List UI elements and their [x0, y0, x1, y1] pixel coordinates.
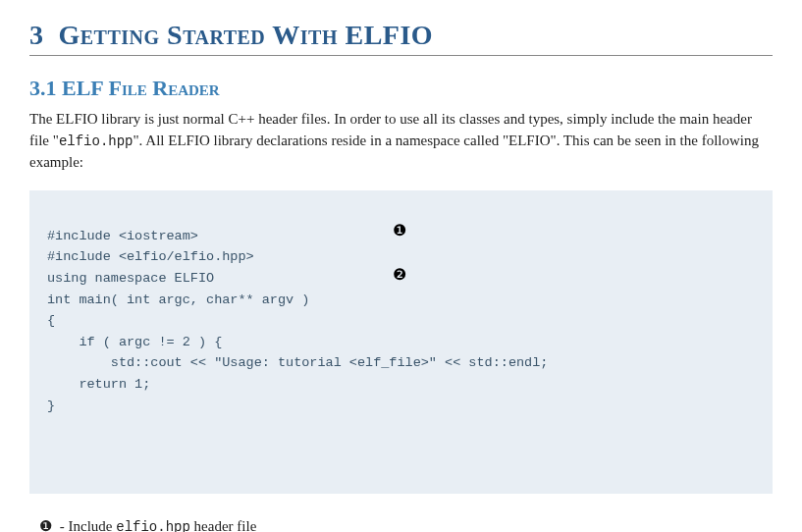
- code-line: if ( argc != 2 ) {: [47, 332, 755, 353]
- inline-code-filename: elfio.hpp: [59, 133, 134, 149]
- chapter-heading: 3 Getting Started With ELFIO: [29, 20, 773, 56]
- code-line: return 1;: [47, 374, 755, 396]
- code-line: int main( int argc, char** argv ): [47, 290, 755, 311]
- chapter-title-text: Getting Started With ELFIO: [59, 20, 434, 50]
- callout-marker-2-icon: ❷: [393, 262, 406, 288]
- code-line: {: [47, 310, 755, 332]
- section-title-text: ELF File Reader: [62, 76, 220, 100]
- callout-list: ❶ - Include elfio.hpp header file ❷ - Th…: [29, 517, 773, 532]
- callout-1-code: elfio.hpp: [116, 519, 190, 532]
- section-heading: 3.1 ELF File Reader: [29, 76, 773, 101]
- intro-paragraph: The ELFIO library is just normal C++ hea…: [29, 109, 773, 173]
- callout-1-post: header file: [190, 518, 256, 532]
- section-number: 3.1: [29, 76, 57, 100]
- callout-item-1: ❶ - Include elfio.hpp header file: [39, 517, 773, 532]
- code-example: #include <iostream>#include <elfio/elfio…: [29, 190, 773, 494]
- code-line: }: [47, 396, 755, 417]
- callout-1-pre: - Include: [56, 518, 116, 532]
- callout-number-1: ❶: [39, 518, 52, 532]
- chapter-number: 3: [29, 20, 44, 50]
- callout-marker-1-icon: ❶: [393, 218, 406, 243]
- code-line: std::cout << "Usage: tutorial <elf_file>…: [47, 352, 755, 374]
- paragraph-part2: ". All ELFIO library declarations reside…: [29, 133, 759, 170]
